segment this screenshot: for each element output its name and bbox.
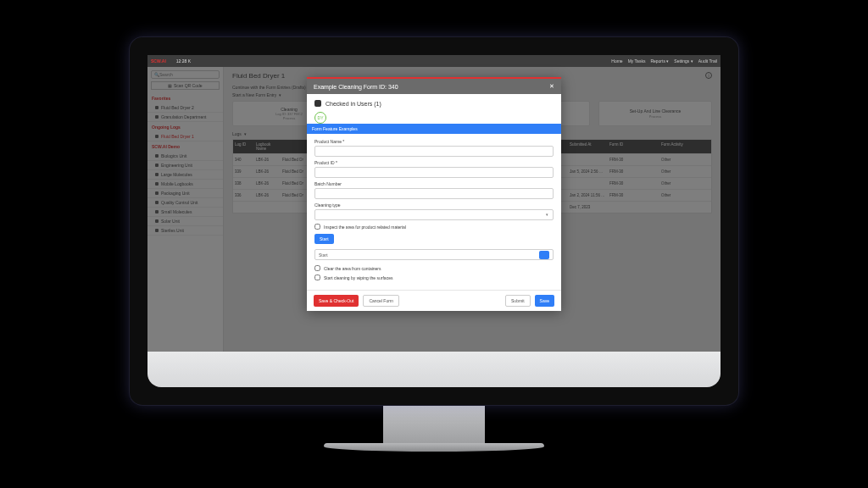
close-icon[interactable]: ✕ bbox=[549, 83, 554, 90]
clear-area-checkbox[interactable] bbox=[314, 265, 320, 271]
modal-title: Example Cleaning Form ID: 340 bbox=[314, 84, 398, 90]
save-checkout-button[interactable]: Save & Check-Out bbox=[314, 295, 359, 307]
cancel-form-button[interactable]: Cancel Form bbox=[363, 295, 399, 307]
modal-header: Example Cleaning Form ID: 340 ✕ bbox=[307, 79, 561, 94]
submit-button[interactable]: Submit bbox=[505, 295, 531, 307]
main: 🔍 Search ▦ Scan QR Code Favorites Fluid … bbox=[147, 67, 721, 352]
product-name-input[interactable] bbox=[314, 146, 554, 157]
clock: 12:28 K bbox=[176, 58, 191, 64]
avatar[interactable]: DY bbox=[314, 112, 326, 124]
cleaning-type-label: Cleaning type bbox=[314, 202, 554, 208]
modal: Example Cleaning Form ID: 340 ✕ Checked … bbox=[307, 77, 561, 311]
nav-audit[interactable]: Audit Trail bbox=[698, 58, 717, 64]
product-name-label: Product Name * bbox=[314, 139, 554, 144]
nav-settings[interactable]: Settings ▾ bbox=[674, 58, 693, 64]
modal-footer: Save & Check-Out Cancel Form Submit Save bbox=[307, 290, 561, 311]
start-field[interactable]: Start bbox=[314, 249, 554, 260]
batch-number-input[interactable] bbox=[314, 188, 554, 199]
monitor-base bbox=[324, 443, 544, 452]
section-band: Form Feature Examples bbox=[307, 124, 561, 134]
clear-area-label: Clear the area from containers bbox=[324, 266, 381, 271]
product-id-label: Product ID * bbox=[314, 160, 554, 165]
monitor-chin bbox=[147, 352, 721, 387]
inspect-label: Inspect the area for product related mat… bbox=[324, 225, 406, 230]
nav-reports[interactable]: Reports ▾ bbox=[650, 58, 669, 64]
user-icon bbox=[314, 100, 321, 107]
modal-overlay: Example Cleaning Form ID: 340 ✕ Checked … bbox=[147, 67, 721, 352]
product-id-input[interactable] bbox=[314, 167, 554, 178]
monitor-mockup: SCW.AI 12:28 K Home My Tasks Reports ▾ S… bbox=[129, 36, 739, 452]
nav-home[interactable]: Home bbox=[611, 58, 622, 64]
start-cleaning-label: Start cleaning by wiping the surfaces bbox=[324, 275, 392, 280]
app-screen: SCW.AI 12:28 K Home My Tasks Reports ▾ S… bbox=[147, 55, 721, 352]
start-badge-label: Start bbox=[319, 252, 328, 258]
calendar-icon[interactable] bbox=[539, 251, 549, 259]
start-cleaning-checkbox[interactable] bbox=[314, 274, 320, 280]
topbar: SCW.AI 12:28 K Home My Tasks Reports ▾ S… bbox=[147, 55, 721, 67]
brand-logo: SCW.AI bbox=[151, 58, 166, 64]
batch-number-label: Batch Number bbox=[314, 181, 554, 186]
inspect-checkbox[interactable] bbox=[314, 224, 320, 230]
modal-body: Checked in Users (1) DY Form Feature Exa… bbox=[307, 94, 561, 290]
monitor-neck bbox=[383, 406, 485, 443]
start-button[interactable]: Start bbox=[314, 234, 334, 244]
cleaning-type-select[interactable] bbox=[314, 209, 554, 220]
nav-mytasks[interactable]: My Tasks bbox=[628, 58, 646, 64]
save-button[interactable]: Save bbox=[535, 295, 554, 307]
checked-in-label: Checked in Users (1) bbox=[326, 101, 381, 107]
bezel: SCW.AI 12:28 K Home My Tasks Reports ▾ S… bbox=[129, 36, 739, 406]
